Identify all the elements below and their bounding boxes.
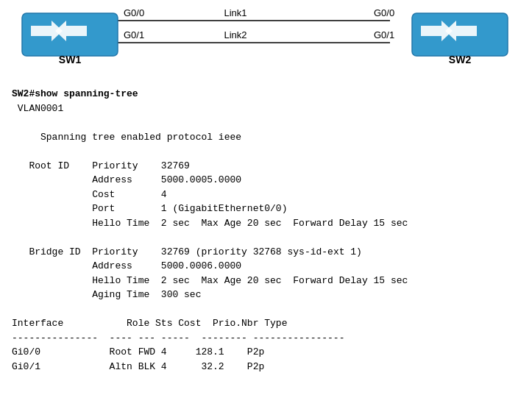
root-hello: 2 sec Max Age 20 sec Forward Delay 15 se… — [161, 218, 408, 229]
sw1-g00-label: G0/0 — [124, 7, 144, 18]
sw1-g01-label: G0/1 — [124, 29, 144, 40]
sw2-g01-label: G0/1 — [374, 29, 394, 40]
link2-label: Link2 — [224, 29, 247, 40]
protocol-line: Spanning tree enabled protocol ieee — [29, 132, 241, 143]
root-port: 1 (GigabitEthernet0/0) — [161, 203, 288, 214]
table-divider: --------------- ---- --- ----- -------- … — [12, 332, 344, 344]
sw2-text: SW2 — [449, 54, 472, 65]
vlan-label: VLAN0001 — [18, 103, 63, 114]
bridge-priority: 32769 (priority 32768 sys-id-ext 1) — [161, 246, 362, 257]
terminal-output: SW2#show spanning-tree VLAN0001 Spanning… — [0, 81, 532, 380]
bridge-aging: 300 sec — [161, 289, 202, 300]
sw1-text: SW1 — [59, 54, 82, 65]
root-address: 5000.0005.0000 — [161, 174, 241, 185]
root-priority: 32769 — [161, 160, 190, 171]
command-line: SW2#show spanning-tree — [12, 88, 138, 99]
table-row-gi00: Gi0/0 Root FWD 4 128.1 P2p — [12, 346, 264, 357]
bridge-hello: 2 sec Max Age 20 sec Forward Delay 15 se… — [161, 275, 408, 286]
link1-label: Link1 — [224, 7, 247, 18]
bridge-address: 5000.0006.0000 — [161, 260, 241, 271]
table-row-gi01: Gi0/1 Altn BLK 4 32.2 P2p — [12, 361, 264, 372]
network-diagram: G0/0 G0/1 Link1 Link2 G0/0 G0/1 SW1 SW2 — [0, 0, 532, 81]
table-header: Interface Role Sts Cost Prio.Nbr Type — [12, 318, 287, 329]
root-cost: 4 — [161, 189, 167, 200]
sw2-g00-label: G0/0 — [374, 7, 394, 18]
terminal-text: SW2#show spanning-tree VLAN0001 Spanning… — [12, 87, 520, 374]
